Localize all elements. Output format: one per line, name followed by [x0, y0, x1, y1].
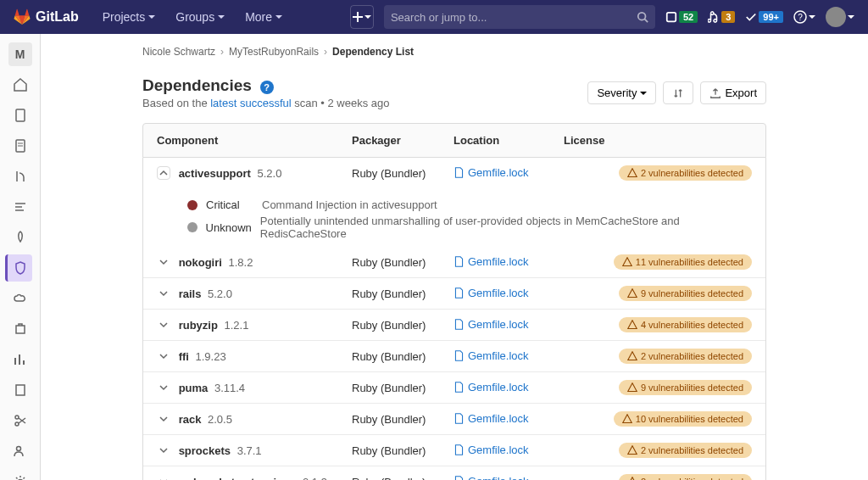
- sidenav-snippets[interactable]: [7, 407, 34, 434]
- page-header: Dependencies ? Based on the latest succe…: [142, 70, 766, 123]
- nav-mr-counter[interactable]: 3: [708, 11, 735, 23]
- chevron-down-icon: [159, 446, 168, 455]
- merge-request-icon: [708, 11, 720, 23]
- nav-todos-counter[interactable]: 99+: [745, 11, 783, 23]
- issues-count-badge: 52: [679, 11, 698, 23]
- chevron-down-icon: [809, 15, 815, 19]
- expand-toggle[interactable]: [157, 444, 170, 457]
- expand-toggle[interactable]: [157, 287, 170, 300]
- warning-icon: [622, 414, 632, 424]
- location-link[interactable]: Gemfile.lock: [453, 255, 529, 268]
- packager-cell: Ruby (Bundler): [352, 256, 453, 269]
- nav-new-dropdown[interactable]: [350, 5, 374, 29]
- expand-toggle[interactable]: [157, 475, 170, 480]
- chevron-down-icon: [275, 15, 282, 19]
- avatar: [826, 7, 846, 27]
- gitlab-logo[interactable]: GitLab: [14, 8, 79, 25]
- location-link[interactable]: Gemfile.lock: [453, 287, 529, 299]
- chevron-down-icon: [159, 352, 168, 360]
- sidenav-cicd[interactable]: [7, 193, 34, 220]
- expand-toggle[interactable]: [157, 381, 170, 394]
- component-version: 0.1.3: [303, 476, 327, 480]
- file-icon: [453, 256, 465, 267]
- vulnerability-desc: Command Injection in activesupport: [262, 198, 437, 211]
- nav-issues-counter[interactable]: 52: [665, 11, 698, 23]
- file-icon: [453, 476, 465, 481]
- expand-toggle[interactable]: [157, 349, 170, 363]
- sidenav-home[interactable]: [7, 71, 34, 98]
- scan-link[interactable]: latest successful: [210, 97, 291, 109]
- nav-items: Projects Groups More: [92, 10, 292, 24]
- help-icon[interactable]: ?: [260, 81, 274, 94]
- nav-projects[interactable]: Projects: [92, 10, 166, 24]
- nav-help[interactable]: ?: [793, 10, 815, 24]
- sidenav-packages[interactable]: [7, 315, 34, 343]
- svg-point-8: [15, 416, 19, 419]
- export-button[interactable]: Export: [700, 81, 766, 104]
- list-icon: [14, 200, 27, 214]
- packager-cell: Ruby (Bundler): [352, 382, 453, 394]
- component-version: 2.0.5: [208, 413, 232, 426]
- location-link[interactable]: Gemfile.lock: [453, 475, 529, 481]
- vulnerability-badge: 2 vulnerabilities detected: [619, 349, 752, 364]
- sidenav-members[interactable]: [7, 438, 34, 465]
- sidenav-analytics[interactable]: [7, 346, 34, 373]
- shield-icon: [14, 261, 27, 275]
- sidenav-merge-requests[interactable]: [7, 163, 34, 190]
- expand-toggle[interactable]: [157, 255, 170, 269]
- top-navbar: GitLab Projects Groups More 52: [0, 0, 868, 34]
- collapse-toggle[interactable]: [157, 166, 170, 180]
- chevron-down-icon: [148, 15, 155, 19]
- sidenav-wiki[interactable]: [7, 377, 34, 404]
- expand-toggle[interactable]: [157, 318, 170, 332]
- chevron-down-icon: [364, 15, 371, 19]
- location-link[interactable]: Gemfile.lock: [453, 318, 529, 331]
- location-link[interactable]: Gemfile.lock: [453, 381, 529, 393]
- component-version: 1.9.23: [196, 350, 226, 363]
- search-input[interactable]: [391, 11, 637, 24]
- todos-icon: [745, 11, 757, 23]
- breadcrumb-project[interactable]: MyTestRubyonRails: [229, 46, 319, 58]
- location-link[interactable]: Gemfile.lock: [453, 412, 529, 425]
- table-row: puma 3.11.4 Ruby (Bundler) Gemfile.lock …: [143, 371, 765, 403]
- component-name: rails: [179, 287, 202, 300]
- gitlab-icon: [14, 8, 31, 25]
- sidenav-deployments[interactable]: [7, 285, 34, 312]
- chevron-down-icon: [159, 289, 168, 298]
- sidenav-pipelines[interactable]: [7, 224, 34, 251]
- packager-cell: Ruby (Bundler): [352, 319, 453, 332]
- sidenav-issues[interactable]: [7, 132, 34, 159]
- warning-icon: [627, 445, 637, 455]
- sidenav-security[interactable]: [5, 254, 32, 282]
- packager-cell: Ruby (Bundler): [352, 350, 453, 363]
- issues-icon: [665, 11, 677, 23]
- nav-more[interactable]: More: [235, 10, 292, 24]
- component-name: puma: [179, 382, 209, 394]
- location-link[interactable]: Gemfile.lock: [453, 349, 529, 362]
- packager-cell: Ruby (Bundler): [352, 287, 453, 300]
- search-box[interactable]: [384, 5, 655, 29]
- breadcrumb-owner[interactable]: Nicole Schwartz: [142, 46, 215, 58]
- breadcrumb: Nicole Schwartz › MyTestRubyonRails › De…: [142, 34, 766, 70]
- file-icon: [453, 319, 465, 330]
- nav-groups[interactable]: Groups: [165, 10, 235, 24]
- wiki-icon: [14, 383, 27, 397]
- sidenav-repository[interactable]: [7, 102, 34, 129]
- location-link[interactable]: Gemfile.lock: [453, 444, 529, 456]
- packager-cell: Ruby (Bundler): [352, 476, 453, 481]
- table-body: activesupport 5.2.0 Ruby (Bundler) Gemfi…: [142, 158, 766, 480]
- sort-direction-button[interactable]: [663, 81, 693, 104]
- expand-toggle[interactable]: [157, 412, 170, 426]
- sidenav-settings[interactable]: [7, 468, 34, 480]
- nav-user-menu[interactable]: [826, 7, 854, 27]
- location-link[interactable]: Gemfile.lock: [453, 166, 529, 179]
- sidenav-project[interactable]: M: [7, 41, 34, 68]
- rocket-icon: [14, 231, 27, 244]
- home-icon: [14, 78, 27, 92]
- chevron-down-icon: [159, 415, 168, 423]
- packager-cell: Ruby (Bundler): [352, 167, 453, 180]
- warning-icon: [627, 320, 637, 330]
- vulnerability-desc: Potentially unintended unmarshalling of …: [260, 215, 752, 240]
- component-version: 5.2.0: [258, 167, 282, 180]
- severity-dropdown[interactable]: Severity: [587, 81, 656, 104]
